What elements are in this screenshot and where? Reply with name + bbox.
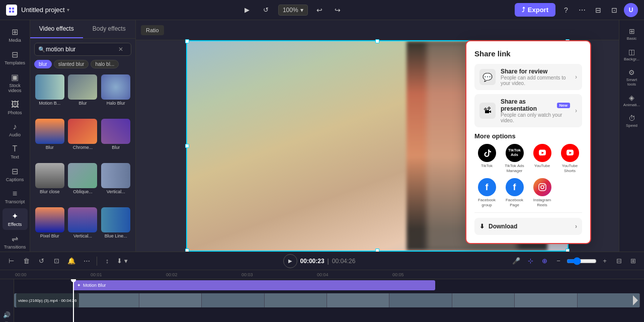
tl-zoom-out-button[interactable]: −: [552, 255, 565, 267]
search-icon: 🔍: [38, 46, 45, 53]
handle-bottom-mid[interactable]: [375, 249, 379, 252]
tl-delete-button[interactable]: 🗑: [20, 255, 32, 267]
handle-bottom-right[interactable]: [566, 249, 570, 252]
share-presentation-sub: People can only watch your video.: [501, 112, 570, 123]
app-logo: [6, 5, 17, 16]
ratio-button[interactable]: Ratio: [141, 25, 164, 35]
svg-rect-0: [539, 184, 546, 191]
more-button[interactable]: ⋯: [576, 4, 589, 17]
sidebar-item-text[interactable]: T Text: [3, 141, 28, 163]
youtube-shorts-icon: [561, 144, 579, 162]
playhead[interactable]: [73, 279, 74, 322]
effect-item-2[interactable]: Halo Blur: [100, 74, 131, 117]
tl-crop-button[interactable]: ⊡: [50, 255, 62, 267]
tl-align-button[interactable]: ↕: [101, 255, 113, 267]
sidebar-item-captions[interactable]: ⊟ Captions: [3, 164, 28, 185]
tl-zoom-slider[interactable]: [567, 257, 597, 265]
filter-tag-halo[interactable]: halo bl...: [91, 60, 119, 68]
fullscreen-button[interactable]: ⊡: [608, 4, 621, 17]
project-name[interactable]: Untitled project: [21, 6, 65, 14]
social-tiktok[interactable]: TikTok: [474, 144, 499, 173]
filter-tag-blur[interactable]: blur: [34, 60, 52, 68]
sidebar-item-stock[interactable]: ▣ Stock videos: [3, 69, 28, 96]
tl-split-button[interactable]: ⊢: [5, 255, 17, 267]
effect-item-9[interactable]: Pixel Blur: [34, 207, 65, 250]
tl-play-button[interactable]: ▶: [283, 254, 297, 268]
social-youtube[interactable]: YouTube: [530, 144, 554, 173]
tl-snap-button[interactable]: ⊹: [524, 255, 536, 267]
sidebar-item-effects[interactable]: ✦ Effects: [3, 208, 28, 230]
share-as-presentation-option[interactable]: 📽 Share as presentation New People can o…: [474, 94, 582, 127]
sidebar-item-audio[interactable]: ♪ Audio: [3, 119, 28, 140]
right-item-speed[interactable]: ⏱ Speed: [622, 111, 642, 131]
facebook-page-icon: f: [506, 178, 524, 196]
new-badge: New: [557, 103, 570, 108]
effect-item-10[interactable]: Vertical...: [67, 207, 99, 250]
export-button[interactable]: ⤴ Export: [515, 3, 555, 17]
search-input[interactable]: [34, 43, 131, 56]
social-facebook-page[interactable]: f Facebook Page: [502, 178, 527, 207]
ruler-mark-1: 00:01: [91, 272, 102, 277]
effect-item-5[interactable]: Blur: [100, 119, 131, 161]
preview-play-button[interactable]: ▶: [240, 3, 254, 17]
tab-video-effects[interactable]: Video effects: [30, 20, 83, 38]
motion-blur-track[interactable]: ✦ Motion Blur: [73, 280, 435, 290]
user-avatar[interactable]: U: [624, 3, 638, 17]
share-for-review-option[interactable]: 💬 Share for review People can add commen…: [474, 64, 582, 90]
youtube-label: YouTube: [534, 164, 550, 169]
sidebar-item-media[interactable]: ⊞ Media: [3, 24, 28, 46]
effect-thumb-4: [68, 119, 97, 144]
tl-fit-button[interactable]: ⊟: [613, 255, 625, 267]
layout-button[interactable]: ⊟: [592, 4, 605, 17]
transitions-label: Transitions: [4, 245, 26, 250]
effect-item-11[interactable]: Blue Line...: [100, 207, 131, 250]
loop-button[interactable]: ↺: [259, 3, 273, 17]
social-facebook-group[interactable]: f Facebook group: [474, 178, 499, 207]
social-tiktok-ads[interactable]: TikTok Ads TikTok Ads Manager: [502, 144, 527, 173]
filter-tag-slanted[interactable]: slanted blur: [54, 60, 89, 68]
tl-export-button[interactable]: ⬇ ▾: [116, 255, 128, 267]
handle-top-mid[interactable]: [375, 39, 379, 43]
tab-body-effects[interactable]: Body effects: [83, 20, 136, 38]
tl-magnet-button[interactable]: ⊕: [538, 255, 550, 267]
redo-button[interactable]: ↪: [331, 4, 344, 17]
tl-loop-button[interactable]: ↺: [35, 255, 47, 267]
social-instagram-reels[interactable]: Instagram Reels: [530, 178, 554, 207]
mute-button[interactable]: 🔊: [2, 311, 12, 318]
handle-top-left[interactable]: [185, 39, 189, 43]
right-item-anim[interactable]: ◈ Animati...: [622, 91, 642, 110]
handle-bottom-left[interactable]: [185, 249, 189, 252]
zoom-selector[interactable]: 100% ▾: [278, 5, 308, 16]
right-item-smart[interactable]: ⚙ Smart tools: [622, 65, 642, 90]
tl-audio-button[interactable]: 🔔: [65, 255, 77, 267]
effect-item-6[interactable]: Blur close: [34, 163, 65, 205]
effect-item-8[interactable]: Vertical...: [100, 163, 131, 205]
effect-item-7[interactable]: Oblique...: [67, 163, 99, 205]
share-popup-title: Share link: [474, 49, 582, 58]
sidebar-item-templates[interactable]: ⊟ Templates: [3, 47, 28, 68]
facebook-group-icon: f: [478, 178, 496, 196]
handle-left-mid[interactable]: [185, 144, 189, 148]
effect-item-1[interactable]: Blur: [67, 74, 99, 117]
edit-button[interactable]: ✏: [2, 319, 12, 322]
effect-item-0[interactable]: Motion B...: [34, 74, 65, 117]
search-clear-button[interactable]: ✕: [118, 46, 123, 53]
video-track[interactable]: video (2160p) (3).mp4 · 00:04:26: [14, 293, 640, 307]
undo-button[interactable]: ↩: [313, 4, 326, 17]
social-youtube-shorts[interactable]: YouTube Shorts: [557, 144, 582, 173]
project-dropdown-icon[interactable]: ▾: [67, 7, 69, 13]
download-button[interactable]: ⬇ Download ›: [474, 218, 582, 235]
sidebar-item-transcript[interactable]: ≡ Transcript: [3, 186, 28, 207]
effect-item-3[interactable]: Blur: [34, 119, 65, 161]
video-track-row: video (2160p) (3).mp4 · 00:04:26: [14, 292, 640, 308]
tl-fullscreen-button[interactable]: ⊞: [627, 255, 639, 267]
tl-zoom-in-button[interactable]: +: [599, 255, 611, 267]
tl-more-button[interactable]: ⋯: [80, 255, 93, 267]
help-button[interactable]: ?: [559, 4, 573, 17]
effect-item-4[interactable]: Chrome...: [67, 119, 99, 161]
sidebar-item-transitions[interactable]: ⇌ Transitions: [3, 231, 28, 252]
right-item-basic[interactable]: ⊞ Basic: [622, 24, 642, 44]
sidebar-item-photos[interactable]: 🖼 Photos: [3, 97, 28, 118]
tl-mic-button[interactable]: 🎤: [510, 255, 522, 267]
right-item-bg[interactable]: ◫ Backgr...: [622, 45, 642, 64]
